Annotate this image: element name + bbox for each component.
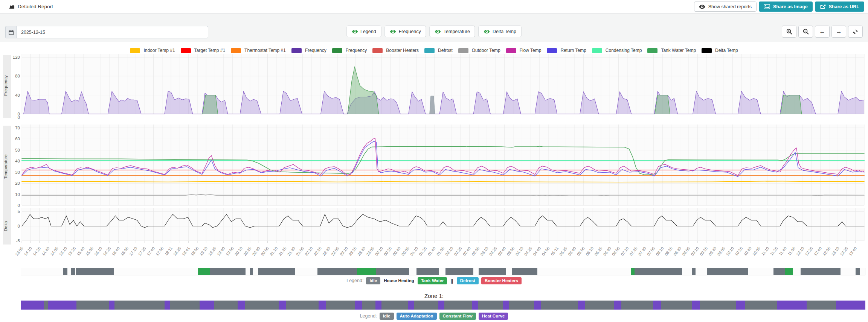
series-label: Thermostat Temp #1 bbox=[244, 48, 286, 53]
zone-bar-segment bbox=[381, 301, 408, 310]
x-tick-label: 00:25 bbox=[383, 246, 393, 257]
series-swatch bbox=[231, 48, 241, 53]
status-legend: Legend:IdleHouse HeatingTank Water||Defr… bbox=[0, 277, 868, 284]
zone-bar-segment bbox=[114, 301, 164, 310]
toggle-frequency[interactable]: Frequency bbox=[385, 26, 426, 37]
x-tick-label: 07:40 bbox=[637, 246, 647, 257]
show-shared-reports-button[interactable]: Show shared reports bbox=[694, 2, 757, 12]
series-swatch bbox=[702, 48, 712, 53]
toggle-legend[interactable]: Legend bbox=[346, 26, 381, 37]
series-swatch bbox=[458, 48, 468, 53]
series-legend-item-delta-temp[interactable]: Delta Temp bbox=[702, 48, 738, 53]
zone-bar-segment bbox=[375, 301, 381, 310]
status-bar bbox=[21, 268, 865, 275]
zone-bar-segment bbox=[286, 301, 319, 310]
x-tick-label: 04:55 bbox=[541, 246, 551, 257]
zoom-in-button[interactable] bbox=[782, 26, 796, 38]
x-tick-label: 15:10 bbox=[58, 246, 68, 257]
x-tick-label: 19:26 bbox=[207, 246, 217, 257]
pan-left-button[interactable]: ← bbox=[815, 26, 830, 38]
status-legend-badge-defrost: Defrost bbox=[457, 277, 479, 284]
x-tick-label: 22:55 bbox=[330, 246, 340, 257]
zone-bar-segment bbox=[503, 301, 509, 310]
y-tick-label: 80 bbox=[15, 74, 20, 78]
series-legend-item-frequency[interactable]: Frequency bbox=[332, 48, 367, 53]
x-tick-label: 06:25 bbox=[593, 246, 603, 257]
x-tick-label: 23:55 bbox=[365, 246, 375, 257]
x-tick-label: 01:25 bbox=[418, 246, 428, 257]
date-picker-group bbox=[5, 26, 208, 38]
series-legend-item-tank-water-temp[interactable]: Tank Water Temp bbox=[647, 48, 696, 53]
y-tick-label: 50 bbox=[15, 148, 20, 152]
x-tick-label: 23:25 bbox=[348, 246, 357, 257]
zoom-in-icon bbox=[786, 29, 792, 35]
series-legend-item-flow-temp[interactable]: Flow Temp bbox=[506, 48, 542, 53]
status-bar-segment bbox=[801, 268, 841, 275]
zone-bar-segment bbox=[109, 301, 115, 310]
x-tick-label: 13:26 bbox=[839, 246, 849, 257]
series-legend-item-return-temp[interactable]: Return Temp bbox=[547, 48, 586, 53]
x-tick-label: 09:55 bbox=[716, 246, 726, 257]
zoom-out-button[interactable] bbox=[798, 26, 813, 38]
status-bar-segment bbox=[479, 268, 506, 275]
x-tick-label: 19:10 bbox=[198, 246, 208, 257]
status-bar-segment bbox=[63, 268, 67, 275]
y-tick-label: 60 bbox=[15, 137, 20, 141]
date-input[interactable] bbox=[16, 26, 208, 38]
x-tick-label: 19:40 bbox=[216, 246, 226, 257]
x-tick-label: 02:55 bbox=[471, 246, 481, 257]
zone-bar-segment bbox=[478, 301, 503, 310]
x-tick-label: 03:55 bbox=[506, 246, 516, 257]
x-tick-label: 20:55 bbox=[260, 246, 270, 257]
status-bar-segment bbox=[856, 268, 860, 275]
page-title: Detailed Report bbox=[18, 4, 53, 9]
series-legend-item-indoor-temp-1[interactable]: Indoor Temp #1 bbox=[130, 48, 175, 53]
series-legend-item-thermostat-temp-1[interactable]: Thermostat Temp #1 bbox=[231, 48, 286, 53]
y-tick-label: 30 bbox=[15, 170, 20, 175]
x-tick-label: 06:10 bbox=[585, 246, 595, 257]
x-tick-label: 16:55 bbox=[120, 246, 130, 257]
series-swatch bbox=[130, 48, 140, 53]
x-tick-label: 02:10 bbox=[444, 246, 454, 257]
x-tick-label: 04:10 bbox=[514, 246, 524, 257]
x-tick-label: 09:25 bbox=[699, 246, 709, 257]
y-tick-label: 20 bbox=[15, 181, 20, 185]
status-legend-badge-booster-heaters: Booster Heaters bbox=[481, 277, 522, 284]
x-tick-label: 10:40 bbox=[743, 246, 752, 257]
top-bar: Detailed Report Show shared reports Shar… bbox=[0, 0, 868, 14]
status-bar-segment bbox=[635, 268, 682, 275]
status-bar-segment bbox=[357, 268, 376, 275]
series-legend-item-booster-heaters[interactable]: Booster Heaters bbox=[372, 48, 419, 53]
share-as-url-button[interactable]: Share as URL bbox=[815, 2, 864, 12]
x-tick-label: 04:40 bbox=[532, 246, 542, 257]
series-legend-item-defrost[interactable]: Defrost bbox=[424, 48, 453, 53]
zone-bar-segment bbox=[777, 301, 807, 310]
x-tick-label: 03:25 bbox=[488, 246, 498, 257]
zone-bar-segment bbox=[541, 301, 578, 310]
x-tick-label: 00:40 bbox=[392, 246, 401, 257]
series-legend-item-outdoor-temp[interactable]: Outdoor Temp bbox=[458, 48, 500, 53]
x-tick-label: 06:55 bbox=[611, 246, 621, 257]
zone-bar-segment bbox=[355, 301, 362, 310]
zone-bar-segment bbox=[279, 301, 286, 310]
calendar-icon-button[interactable] bbox=[5, 26, 16, 38]
status-bar-segment bbox=[210, 268, 246, 275]
x-tick-label: 01:10 bbox=[409, 246, 419, 257]
x-tick-label: 05:11 bbox=[550, 246, 559, 257]
eye-icon bbox=[352, 29, 358, 34]
toggle-temperature[interactable]: Temperature bbox=[430, 26, 475, 37]
x-tick-label: 15:55 bbox=[84, 246, 94, 257]
toggle-delta-temp[interactable]: Delta Temp bbox=[479, 26, 522, 37]
pan-right-button[interactable]: → bbox=[831, 26, 846, 38]
x-tick-label: 20:40 bbox=[251, 246, 261, 257]
series-legend-item-condensing-temp[interactable]: Condensing Temp bbox=[592, 48, 642, 53]
toggle-label: Temperature bbox=[444, 29, 470, 34]
series-legend-item-target-temp-1[interactable]: Target Temp #1 bbox=[181, 48, 226, 53]
refresh-button[interactable] bbox=[848, 26, 863, 38]
x-tick-label: 17:55 bbox=[155, 246, 165, 257]
share-as-image-button[interactable]: Share as Image bbox=[759, 2, 813, 12]
series-legend: Indoor Temp #1Target Temp #1Thermostat T… bbox=[0, 48, 868, 53]
x-tick-label: 13:55 bbox=[14, 246, 24, 257]
zone-bar-segment bbox=[21, 301, 44, 310]
series-legend-item-frequency[interactable]: Frequency bbox=[291, 48, 326, 53]
